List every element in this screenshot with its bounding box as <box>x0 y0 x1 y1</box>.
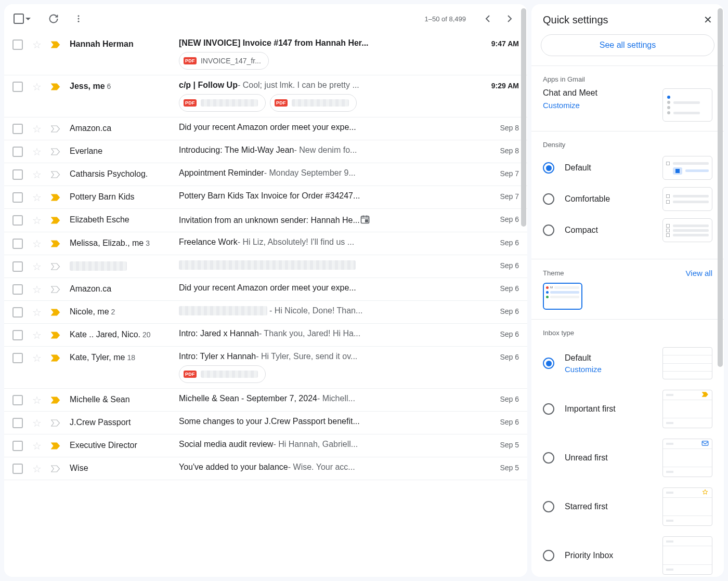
important-icon[interactable] <box>51 82 60 91</box>
email-checkbox[interactable] <box>12 418 23 428</box>
radio-icon[interactable] <box>543 550 554 561</box>
email-checkbox[interactable] <box>12 82 23 92</box>
radio-icon[interactable] <box>543 501 554 512</box>
star-icon[interactable]: ☆ <box>32 395 42 405</box>
star-icon[interactable]: ☆ <box>32 39 42 50</box>
email-checkbox[interactable] <box>12 39 23 50</box>
select-all-dropdown[interactable] <box>14 14 31 24</box>
important-icon[interactable] <box>51 124 60 134</box>
email-row[interactable]: ☆ Melissa, Elizab., me3 Freelance Work -… <box>4 232 527 255</box>
email-checkbox[interactable] <box>12 353 23 363</box>
close-settings-button[interactable]: ✕ <box>704 14 712 26</box>
prev-page-button[interactable] <box>479 15 496 23</box>
see-all-settings-button[interactable]: See all settings <box>541 34 714 56</box>
email-row[interactable]: ☆ Sep 6 <box>4 255 527 278</box>
theme-thumbnail[interactable]: M <box>543 283 582 310</box>
important-icon[interactable] <box>51 418 60 428</box>
star-icon[interactable]: ☆ <box>32 169 42 180</box>
email-checkbox[interactable] <box>12 441 23 451</box>
important-icon[interactable] <box>51 308 60 317</box>
radio-icon[interactable] <box>543 162 554 174</box>
email-checkbox[interactable] <box>12 464 23 474</box>
inbox-type-option[interactable]: Priority Inbox <box>543 536 712 575</box>
email-checkbox[interactable] <box>12 169 23 180</box>
star-icon[interactable]: ☆ <box>32 307 42 318</box>
email-row[interactable]: ☆ J.Crew Passport Some changes to your J… <box>4 412 527 434</box>
email-row[interactable]: ☆ Wise You've added to your balance - Wi… <box>4 457 527 480</box>
inbox-type-option[interactable]: Starred first <box>543 487 712 526</box>
radio-icon[interactable] <box>543 193 554 205</box>
theme-view-all-link[interactable]: View all <box>686 269 712 278</box>
density-option[interactable]: Comfortable <box>543 187 712 211</box>
email-checkbox[interactable] <box>12 124 23 134</box>
email-row[interactable]: ☆ Amazon.ca Did your recent Amazon order… <box>4 278 527 301</box>
scrollbar[interactable] <box>521 8 526 227</box>
star-icon[interactable]: ☆ <box>32 284 42 295</box>
star-icon[interactable]: ☆ <box>32 239 42 249</box>
email-row[interactable]: ☆ Catharsis Psycholog. Appointment Remin… <box>4 163 527 186</box>
email-list[interactable]: ☆ Hannah Herman [NEW INVOICE] Invoice #1… <box>4 33 527 577</box>
email-row[interactable]: ☆ Everlane Introducing: The Mid-Way Jean… <box>4 140 527 163</box>
radio-icon[interactable] <box>543 403 554 415</box>
important-icon[interactable] <box>51 331 60 340</box>
important-icon[interactable] <box>51 353 60 363</box>
important-icon[interactable] <box>51 216 60 225</box>
email-checkbox[interactable] <box>12 192 23 203</box>
email-checkbox[interactable] <box>12 284 23 295</box>
attachment-chip[interactable]: PDF <box>179 365 266 383</box>
important-icon[interactable] <box>51 285 60 294</box>
important-icon[interactable] <box>51 40 60 49</box>
important-icon[interactable] <box>51 193 60 202</box>
settings-scrollbar[interactable] <box>718 8 723 367</box>
more-button[interactable] <box>72 12 85 25</box>
email-row[interactable]: ☆ Hannah Herman [NEW INVOICE] Invoice #1… <box>4 33 527 75</box>
inbox-customize-link[interactable]: Customize <box>565 365 602 374</box>
star-icon[interactable]: ☆ <box>32 215 42 226</box>
important-icon[interactable] <box>51 262 60 271</box>
refresh-button[interactable] <box>47 12 60 25</box>
important-icon[interactable] <box>51 239 60 248</box>
important-icon[interactable] <box>51 464 60 473</box>
attachment-chip[interactable]: PDF <box>179 94 266 112</box>
density-option[interactable]: Compact <box>543 218 712 242</box>
star-icon[interactable]: ☆ <box>32 82 42 92</box>
email-row[interactable]: ☆ Michelle & Sean Michelle & Sean - Sept… <box>4 389 527 412</box>
email-row[interactable]: ☆ Kate, Tyler, me18 Intro: Tyler x Hanna… <box>4 347 527 389</box>
email-checkbox[interactable] <box>12 395 23 405</box>
email-row[interactable]: ☆ Kate .. Jared, Nico.20 Intro: Jared x … <box>4 324 527 347</box>
email-row[interactable]: ☆ Executive Director Social media audit … <box>4 434 527 457</box>
email-row[interactable]: ☆ Nicole, me2 - Hi Nicole, Done! Than...… <box>4 301 527 324</box>
email-row[interactable]: ☆ Jess, me6 c/p | Follow Up - Cool; just… <box>4 75 527 117</box>
chat-meet-customize-link[interactable]: Customize <box>543 101 597 110</box>
inbox-type-option[interactable]: Important first <box>543 390 712 428</box>
email-checkbox[interactable] <box>12 307 23 318</box>
inbox-type-option[interactable]: DefaultCustomize <box>543 347 712 379</box>
inbox-type-option[interactable]: Unread first <box>543 439 712 477</box>
radio-icon[interactable] <box>543 225 554 236</box>
email-row[interactable]: ☆ Elizabeth Esche Invitation from an unk… <box>4 209 527 232</box>
star-icon[interactable]: ☆ <box>32 124 42 134</box>
star-icon[interactable]: ☆ <box>32 418 42 428</box>
select-all-checkbox[interactable] <box>14 14 24 24</box>
radio-icon[interactable] <box>543 452 554 464</box>
important-icon[interactable] <box>51 395 60 405</box>
star-icon[interactable]: ☆ <box>32 192 42 203</box>
email-checkbox[interactable] <box>12 261 23 272</box>
star-icon[interactable]: ☆ <box>32 464 42 474</box>
star-icon[interactable]: ☆ <box>32 330 42 340</box>
important-icon[interactable] <box>51 147 60 156</box>
email-row[interactable]: ☆ Amazon.ca Did your recent Amazon order… <box>4 117 527 140</box>
density-option[interactable]: Default <box>543 156 712 180</box>
star-icon[interactable]: ☆ <box>32 441 42 451</box>
star-icon[interactable]: ☆ <box>32 261 42 272</box>
star-icon[interactable]: ☆ <box>32 353 42 363</box>
email-checkbox[interactable] <box>12 239 23 249</box>
email-checkbox[interactable] <box>12 215 23 226</box>
radio-icon[interactable] <box>543 358 554 369</box>
attachment-chip[interactable]: PDFINVOICE_147_fr... <box>179 52 269 70</box>
attachment-chip[interactable]: PDF <box>270 94 357 112</box>
important-icon[interactable] <box>51 170 60 179</box>
email-checkbox[interactable] <box>12 330 23 340</box>
star-icon[interactable]: ☆ <box>32 147 42 157</box>
email-checkbox[interactable] <box>12 147 23 157</box>
